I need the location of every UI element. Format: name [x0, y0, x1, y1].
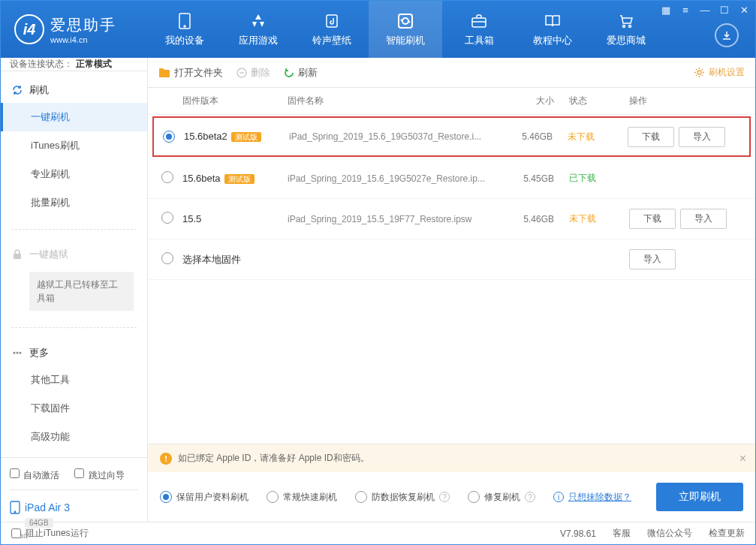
info-icon: i	[553, 492, 564, 502]
firmware-row[interactable]: 15.6beta2测试版 iPad_Spring_2019_15.6_19G50…	[152, 116, 751, 157]
fw-size: 5.45GB	[509, 173, 569, 184]
svg-point-6	[629, 25, 631, 27]
logo-area: i4 爱思助手 www.i4.cn	[1, 1, 148, 58]
jailbreak-note: 越狱工具已转移至工具箱	[29, 272, 134, 311]
flash-mode-row: 保留用户资料刷机 常规快速刷机 防数据恢复刷机? 修复刷机? i只想抹除数据？ …	[148, 472, 755, 522]
window-controls: ▦ ≡ — ☐ ✕	[659, 3, 751, 17]
maximize-icon[interactable]: ☐	[718, 3, 731, 17]
group-title: 刷机	[29, 83, 49, 97]
import-button[interactable]: 导入	[680, 209, 727, 229]
close-icon[interactable]: ✕	[737, 3, 751, 17]
radio-icon	[160, 491, 172, 503]
warning-close-button[interactable]: ×	[739, 452, 746, 465]
nav-label: 应用游戏	[239, 34, 278, 47]
wechat-link[interactable]: 微信公众号	[647, 527, 692, 540]
device-name[interactable]: iPad Air 3	[10, 496, 138, 516]
apps-icon	[249, 12, 267, 30]
sidebar-group-flash: 刷机	[1, 77, 147, 103]
block-itunes-checkbox[interactable]: 阻止iTunes运行	[11, 527, 89, 540]
flash-settings-button[interactable]: 刷机设置	[694, 66, 745, 79]
lock-icon	[11, 248, 23, 260]
svg-rect-4	[472, 18, 486, 27]
more-icon	[11, 347, 23, 359]
radio-icon	[468, 491, 480, 503]
sidebar-group-jailbreak: 一键越狱	[1, 242, 147, 267]
nav-label: 我的设备	[165, 34, 204, 47]
fw-status: 未下载	[569, 212, 629, 225]
sidebar-item-oneclick[interactable]: 一键刷机	[1, 103, 147, 131]
mode-anti-recovery[interactable]: 防数据恢复刷机?	[355, 491, 450, 504]
main-panel: 打开文件夹 删除 刷新 刷机设置 固件版本 固件名称 大小 状态 操作	[148, 58, 755, 522]
sidebar-item-other-tools[interactable]: 其他工具	[1, 366, 147, 394]
list-header: 固件版本 固件名称 大小 状态 操作	[148, 88, 755, 115]
group-title: 一键越狱	[29, 248, 68, 261]
menu-icon[interactable]: ≡	[679, 3, 692, 17]
warning-text: 如已绑定 Apple ID，请准备好 Apple ID和密码。	[178, 452, 369, 465]
app-title: 爱思助手	[50, 15, 116, 35]
col-name: 固件名称	[288, 95, 509, 107]
toolbar: 打开文件夹 删除 刷新 刷机设置	[148, 58, 755, 88]
delete-icon	[236, 68, 247, 78]
erase-data-link[interactable]: i只想抹除数据？	[553, 491, 631, 504]
nav-my-device[interactable]: 我的设备	[148, 1, 221, 58]
radio-local[interactable]	[161, 252, 173, 264]
svg-point-1	[184, 26, 185, 27]
grid-icon[interactable]: ▦	[659, 3, 673, 17]
download-button[interactable]: 下载	[628, 127, 674, 147]
mode-quick[interactable]: 常规快速刷机	[267, 491, 337, 504]
firmware-row[interactable]: 15.5 iPad_Spring_2019_15.5_19F77_Restore…	[148, 199, 755, 239]
nav-label: 爱思商城	[607, 34, 646, 47]
nav-store[interactable]: 爱思商城	[589, 1, 663, 58]
auto-activate-checkbox[interactable]: 自动激活	[10, 468, 59, 482]
connection-status: 设备连接状态： 正常模式	[1, 58, 147, 71]
flash-now-button[interactable]: 立即刷机	[656, 483, 743, 511]
sidebar-item-batch[interactable]: 批量刷机	[1, 188, 147, 217]
download-manager-button[interactable]	[715, 23, 739, 47]
delete-button[interactable]: 删除	[236, 66, 270, 80]
fw-version: 15.5	[182, 213, 201, 224]
fw-filename: iPad_Spring_2019_15.6_19G5037d_Restore.i…	[289, 131, 508, 142]
mode-keep-data[interactable]: 保留用户资料刷机	[160, 491, 248, 504]
titlebar: i4 爱思助手 www.i4.cn 我的设备 应用游戏 铃声壁纸 智能刷机 工具…	[1, 1, 755, 58]
phone-icon	[176, 12, 194, 30]
radio-icon	[267, 491, 279, 503]
col-ops: 操作	[629, 95, 742, 107]
help-icon[interactable]: ?	[439, 492, 450, 502]
sidebar-item-download-fw[interactable]: 下载固件	[1, 394, 147, 423]
flash-icon	[396, 12, 414, 30]
nav-tutorials[interactable]: 教程中心	[516, 1, 589, 58]
toolbox-icon	[470, 12, 488, 30]
col-status: 状态	[569, 95, 629, 107]
nav-label: 工具箱	[465, 34, 494, 47]
open-folder-button[interactable]: 打开文件夹	[158, 66, 223, 80]
customer-service-link[interactable]: 客服	[613, 527, 631, 540]
radio-firmware[interactable]	[163, 131, 175, 143]
sidebar-item-advanced[interactable]: 高级功能	[1, 423, 147, 451]
fw-filename: iPad_Spring_2019_15.5_19F77_Restore.ipsw	[288, 214, 509, 224]
minimize-icon[interactable]: —	[698, 3, 712, 17]
nav-ringtones[interactable]: 铃声壁纸	[295, 1, 369, 58]
nav-label: 铃声壁纸	[312, 34, 351, 47]
svg-point-9	[17, 352, 19, 354]
nav-apps[interactable]: 应用游戏	[221, 1, 295, 58]
radio-firmware[interactable]	[161, 171, 173, 183]
nav-toolbox[interactable]: 工具箱	[442, 1, 516, 58]
sidebar-item-itunes[interactable]: iTunes刷机	[1, 131, 147, 160]
svg-point-14	[697, 71, 701, 74]
refresh-button[interactable]: 刷新	[284, 66, 318, 80]
music-icon	[323, 12, 341, 30]
fw-status: 已下载	[569, 172, 629, 185]
nav-flash[interactable]: 智能刷机	[369, 1, 442, 58]
skip-guide-checkbox[interactable]: 跳过向导	[74, 468, 124, 482]
fw-size: 5.46GB	[509, 214, 569, 224]
local-firmware-row: 选择本地固件 导入	[148, 239, 755, 280]
import-button[interactable]: 导入	[629, 249, 676, 269]
sidebar-item-pro[interactable]: 专业刷机	[1, 160, 147, 188]
help-icon[interactable]: ?	[525, 492, 535, 502]
mode-repair[interactable]: 修复刷机?	[468, 491, 535, 504]
check-update-link[interactable]: 检查更新	[709, 527, 745, 540]
firmware-row[interactable]: 15.6beta测试版 iPad_Spring_2019_15.6_19G502…	[148, 158, 755, 199]
import-button[interactable]: 导入	[679, 127, 725, 147]
radio-firmware[interactable]	[161, 212, 173, 224]
download-button[interactable]: 下载	[629, 209, 676, 229]
